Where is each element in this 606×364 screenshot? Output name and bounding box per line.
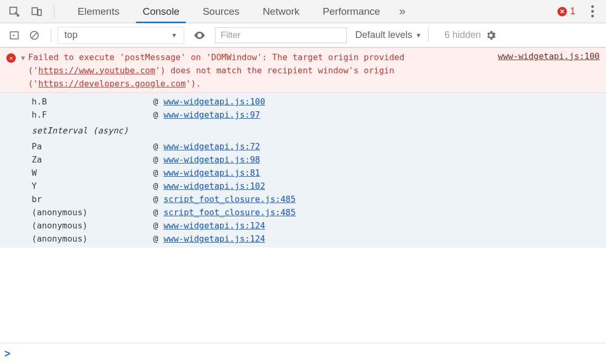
- gear-icon[interactable]: [483, 27, 499, 43]
- stack-frame: (anonymous)@www-widgetapi.js:124: [0, 219, 606, 232]
- stack-frame: Y@www-widgetapi.js:102: [0, 179, 606, 193]
- divider: [54, 5, 54, 18]
- stack-frame-at: @: [153, 207, 158, 217]
- stack-frame-location-link[interactable]: www-widgetapi.js:72: [164, 141, 260, 151]
- filter-input[interactable]: [215, 27, 347, 43]
- divider: [428, 28, 429, 42]
- stack-frame-function: Pa: [32, 141, 153, 151]
- stack-trace: h.B@www-widgetapi.js:100h.F@www-widgetap…: [0, 93, 606, 247]
- stack-frame: W@www-widgetapi.js:81: [0, 166, 606, 179]
- error-icon: ✕: [6, 53, 16, 63]
- divider: [51, 28, 51, 42]
- stack-frame-at: @: [153, 97, 158, 107]
- chevron-down-icon: ▼: [171, 32, 177, 39]
- stack-frame: h.F@www-widgetapi.js:97: [0, 108, 606, 121]
- stack-frame-function: (anonymous): [32, 221, 153, 231]
- svg-rect-1: [32, 7, 37, 14]
- stack-frame: (anonymous)@www-widgetapi.js:124: [0, 232, 606, 245]
- stack-frame: br@script_foot_closure.js:485: [0, 193, 606, 206]
- svg-point-5: [198, 34, 201, 36]
- console-toolbar: top ▼ Default levels ▼ 6 hidden: [0, 23, 606, 47]
- stack-frame-location-link[interactable]: www-widgetapi.js:124: [164, 221, 266, 231]
- context-selector[interactable]: top ▼: [58, 27, 184, 44]
- tabs-overflow[interactable]: »: [392, 0, 413, 23]
- stack-frame-function: (anonymous): [32, 234, 153, 244]
- error-link-origin2[interactable]: https://developers.google.com: [39, 79, 186, 89]
- tab-performance[interactable]: Performance: [311, 0, 392, 23]
- devtools-tabbar: Elements Console Sources Network Perform…: [0, 0, 606, 23]
- menu-icon[interactable]: [586, 5, 599, 17]
- error-link-origin1[interactable]: https://www.youtube.com: [39, 65, 156, 75]
- device-toggle-icon[interactable]: [29, 4, 44, 20]
- chevron-down-icon: ▼: [415, 32, 422, 39]
- tab-sources[interactable]: Sources: [191, 0, 251, 23]
- svg-rect-2: [38, 9, 41, 15]
- stack-frame: Za@www-widgetapi.js:98: [0, 153, 606, 166]
- stack-frame: (anonymous)@script_foot_closure.js:485: [0, 206, 606, 219]
- stack-frame: h.B@www-widgetapi.js:100: [0, 95, 606, 108]
- error-message: ✕ ▼ Failed to execute 'postMessage' on '…: [0, 47, 606, 93]
- stack-async-separator: setInterval (async): [0, 121, 606, 140]
- stack-frame-function: br: [32, 194, 153, 204]
- stack-frame-at: @: [153, 141, 158, 151]
- inspect-icon[interactable]: [6, 4, 22, 20]
- stack-frame-at: @: [153, 181, 158, 191]
- stack-frame-at: @: [153, 234, 158, 244]
- stack-frame-location-link[interactable]: script_foot_closure.js:485: [164, 207, 296, 217]
- log-levels-label: Default levels: [355, 30, 412, 41]
- stack-frame-location-link[interactable]: www-widgetapi.js:98: [164, 155, 260, 165]
- stack-frame-at: @: [153, 168, 158, 178]
- stack-frame-location-link[interactable]: www-widgetapi.js:102: [164, 181, 266, 191]
- stack-frame-function: h.B: [32, 97, 153, 107]
- tab-console[interactable]: Console: [131, 0, 191, 23]
- error-text: Failed to execute 'postMessage' on 'DOMW…: [28, 51, 485, 90]
- console-prompt: >: [0, 343, 606, 364]
- tab-elements[interactable]: Elements: [66, 0, 131, 23]
- prompt-caret-icon: >: [4, 348, 11, 360]
- stack-frame-at: @: [153, 221, 158, 231]
- error-counter[interactable]: ✕ 1: [557, 6, 575, 17]
- stack-frame-function: Za: [32, 155, 153, 165]
- console-input[interactable]: [15, 348, 602, 359]
- tab-network[interactable]: Network: [251, 0, 311, 23]
- stack-frame-location-link[interactable]: www-widgetapi.js:124: [164, 234, 266, 244]
- stack-frame-location-link[interactable]: www-widgetapi.js:81: [164, 168, 260, 178]
- error-badge-icon: ✕: [557, 7, 567, 16]
- context-selector-label: top: [64, 30, 78, 41]
- stack-frame-at: @: [153, 194, 158, 204]
- stack-frame-at: @: [153, 110, 158, 120]
- stack-frame-location-link[interactable]: www-widgetapi.js:97: [164, 110, 260, 120]
- error-count-value: 1: [570, 6, 575, 17]
- stack-frame: Pa@www-widgetapi.js:72: [0, 140, 606, 153]
- stack-frame-at: @: [153, 155, 158, 165]
- console-messages: ✕ ▼ Failed to execute 'postMessage' on '…: [0, 47, 606, 343]
- panel-tabs: Elements Console Sources Network Perform…: [66, 0, 413, 23]
- live-expression-icon[interactable]: [192, 27, 207, 43]
- stack-frame-function: Y: [32, 181, 153, 191]
- disclosure-triangle-icon[interactable]: ▼: [21, 54, 25, 62]
- error-source-link[interactable]: www-widgetapi.js:100: [498, 51, 600, 61]
- clear-console-icon[interactable]: [26, 27, 42, 43]
- stack-frame-location-link[interactable]: www-widgetapi.js:100: [164, 97, 266, 107]
- stack-frame-location-link[interactable]: script_foot_closure.js:485: [164, 194, 296, 204]
- stack-frame-function: W: [32, 168, 153, 178]
- stack-frame-function: h.F: [32, 110, 153, 120]
- stack-frame-function: (anonymous): [32, 207, 153, 217]
- log-levels-selector[interactable]: Default levels ▼: [355, 30, 422, 41]
- show-drawer-icon[interactable]: [6, 27, 22, 43]
- hidden-messages-count: 6 hidden: [444, 30, 481, 41]
